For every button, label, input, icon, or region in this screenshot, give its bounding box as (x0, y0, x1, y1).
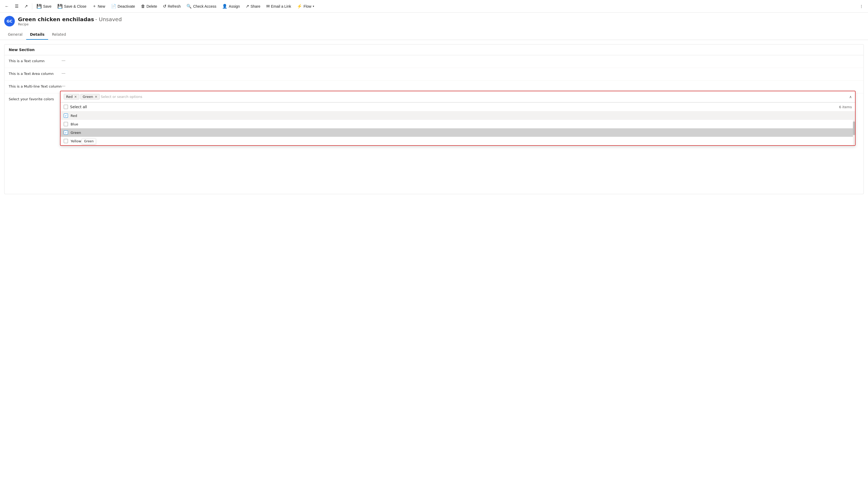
multiselect-colors[interactable]: Red ✕ Green ✕ Select or search options ∧ (60, 91, 856, 146)
search-placeholder[interactable]: Select or search options (101, 95, 848, 99)
assign-icon: 👤 (222, 4, 227, 9)
deactivate-icon: 📄 (111, 4, 116, 9)
deactivate-label: Deactivate (118, 4, 135, 8)
share-button[interactable]: ↗ Share (243, 3, 263, 10)
delete-button[interactable]: 🗑 Delete (138, 3, 160, 10)
new-button[interactable]: ＋ New (90, 2, 108, 10)
chevron-up-icon[interactable]: ∧ (849, 95, 852, 99)
back-button[interactable]: ← (2, 3, 12, 10)
item-label-yellow: Yellow (71, 139, 81, 143)
more-button[interactable]: ⋮ (857, 3, 866, 9)
check-access-icon: 🔍 (186, 4, 192, 9)
new-label: New (98, 4, 105, 8)
email-link-label: Email a Link (271, 4, 291, 8)
item-label-blue: Blue (71, 122, 78, 126)
check-access-button[interactable]: 🔍 Check Access (184, 3, 219, 10)
scrollbar-track (853, 111, 855, 145)
tag-green-close[interactable]: ✕ (95, 95, 97, 99)
avatar: GC (4, 16, 15, 26)
section-title: New Section (4, 44, 864, 55)
dropdown-item-red[interactable]: Red (61, 111, 855, 120)
select-all-label: Select all (70, 105, 87, 109)
dropdown-item-yellow[interactable]: Yellow (61, 137, 855, 145)
unsaved-indicator: - Unsaved (95, 16, 122, 23)
field-value-text-column: --- (62, 58, 859, 62)
delete-label: Delete (147, 4, 157, 8)
form-view-button[interactable]: ☰ (12, 3, 21, 10)
scrollbar-thumb[interactable] (853, 121, 855, 135)
tag-green-label: Green (83, 95, 93, 99)
new-icon: ＋ (92, 3, 96, 9)
save-label: Save (43, 4, 52, 8)
dropdown-items-wrapper: Red Blue Green Green (61, 111, 855, 145)
tag-red-label: Red (66, 95, 73, 99)
field-label-textarea-column: This is a Text Area column (9, 71, 62, 76)
flow-label: Flow (304, 4, 311, 8)
save-close-icon: 💾 (57, 4, 63, 9)
checkbox-blue[interactable] (64, 122, 68, 126)
tab-details[interactable]: Details (26, 30, 48, 40)
open-in-new-button[interactable]: ↗ (22, 3, 30, 10)
check-access-label: Check Access (193, 4, 216, 8)
item-label-green: Green (71, 131, 81, 135)
email-icon: ✉ (266, 4, 270, 9)
record-type: Recipe (18, 23, 122, 26)
email-link-button[interactable]: ✉ Email a Link (264, 3, 294, 10)
more-icon: ⋮ (860, 4, 863, 8)
field-value-textarea-column: --- (62, 71, 859, 75)
tab-related[interactable]: Related (48, 30, 69, 40)
green-tooltip: Green (82, 138, 96, 144)
section-card: New Section This is a Text column --- Th… (4, 44, 864, 194)
tab-bar: General Details Related (0, 30, 868, 40)
save-button[interactable]: 💾 Save (34, 3, 54, 10)
dropdown-list: Select all 6 items Red Blue (61, 102, 855, 145)
divider-1 (32, 3, 32, 9)
tags-area: Red ✕ Green ✕ Select or search options ∧ (61, 91, 855, 102)
dropdown-item-blue[interactable]: Blue (61, 120, 855, 128)
refresh-icon: ↺ (163, 4, 166, 9)
tag-red: Red ✕ (64, 94, 79, 99)
item-label-red: Red (71, 114, 77, 118)
field-label-text-column: This is a Text column (9, 58, 62, 63)
toolbar: ← ☰ ↗ 💾 Save 💾 Save & Close ＋ New 📄 Deac… (0, 0, 868, 13)
dropdown-item-green[interactable]: Green Green (61, 128, 855, 137)
save-close-label: Save & Close (64, 4, 87, 8)
delete-icon: 🗑 (141, 4, 145, 9)
checkbox-red[interactable] (64, 114, 68, 118)
checkbox-green[interactable] (64, 130, 68, 135)
save-icon: 💾 (36, 4, 42, 9)
form-row-textarea-column: This is a Text Area column --- (4, 68, 864, 81)
save-close-button[interactable]: 💾 Save & Close (55, 3, 89, 10)
assign-button[interactable]: 👤 Assign (219, 3, 243, 10)
field-value-multiline-column: --- (62, 84, 859, 88)
share-icon: ↗ (246, 4, 249, 9)
back-icon: ← (5, 4, 9, 9)
share-label: Share (250, 4, 260, 8)
flow-button[interactable]: ⚡ Flow ▾ (294, 3, 317, 10)
flow-chevron-icon: ▾ (313, 5, 314, 8)
form-icon: ☰ (15, 4, 19, 9)
deactivate-button[interactable]: 📄 Deactivate (108, 3, 138, 10)
form-row-colors: Select your favorite colors Red ✕ Green … (4, 93, 864, 194)
refresh-label: Refresh (167, 4, 181, 8)
assign-label: Assign (229, 4, 240, 8)
tag-green: Green ✕ (81, 94, 100, 99)
field-label-multiline-column: This is a Multi-line Text column (9, 84, 62, 88)
form-row-text-column: This is a Text column --- (4, 55, 864, 68)
tag-red-close[interactable]: ✕ (74, 95, 77, 99)
open-new-icon: ↗ (24, 4, 28, 9)
item-count: 6 items (839, 105, 852, 109)
select-all-row[interactable]: Select all 6 items (61, 103, 855, 111)
flow-icon: ⚡ (297, 4, 302, 9)
form-area: New Section This is a Text column --- Th… (0, 40, 868, 199)
checkbox-yellow[interactable] (64, 139, 68, 143)
tab-general[interactable]: General (4, 30, 26, 40)
record-title: Green chicken enchiladas (18, 16, 94, 23)
header-text: Green chicken enchiladas - Unsaved Recip… (18, 16, 122, 26)
select-all-checkbox[interactable] (64, 105, 68, 109)
field-label-colors: Select your favorite colors (9, 96, 62, 101)
record-header: GC Green chicken enchiladas - Unsaved Re… (0, 13, 868, 30)
refresh-button[interactable]: ↺ Refresh (160, 3, 183, 10)
